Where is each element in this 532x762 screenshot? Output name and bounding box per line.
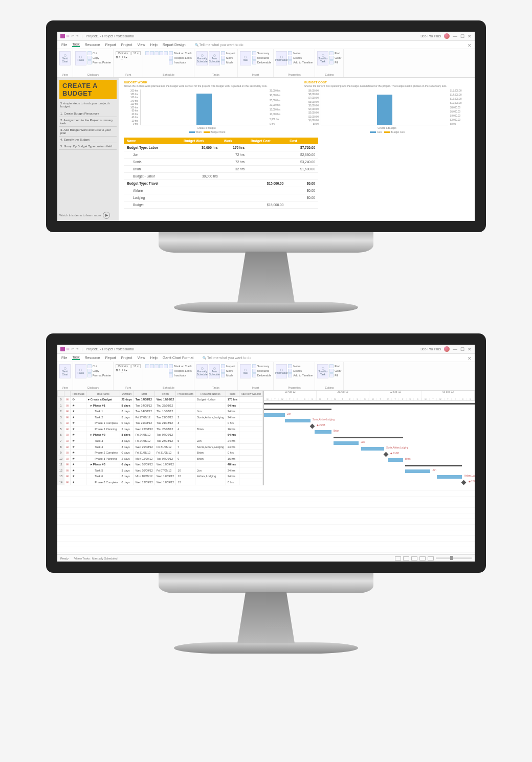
clear-button[interactable]: Clear xyxy=(329,56,341,60)
find-button[interactable]: Find xyxy=(329,51,341,55)
ribbon-close-icon[interactable]: ✕ xyxy=(468,356,472,361)
copy-button[interactable]: Copy xyxy=(87,369,111,373)
gantt-row[interactable] xyxy=(264,401,475,407)
gantt-chart-button[interactable]: ▢Gantt Chart xyxy=(59,51,71,65)
save-icon[interactable]: H xyxy=(66,34,70,38)
account-label[interactable]: 365 Pro Plus xyxy=(420,34,441,38)
format-painter-button[interactable]: Format Painter xyxy=(87,373,111,377)
menu-report[interactable]: Report xyxy=(105,356,116,360)
fill-button[interactable]: Fill xyxy=(329,373,341,377)
gantt-row[interactable]: Jon xyxy=(264,412,475,418)
gantt-task-bar[interactable] xyxy=(285,419,310,422)
gantt-row[interactable] xyxy=(264,435,475,440)
gantt-row[interactable]: ◆ 31/08 xyxy=(264,452,475,457)
gantt-row[interactable] xyxy=(264,407,475,412)
gantt-chart[interactable]: 19 Aug '12MTWTFSS26 Aug '12MTWTFSS02 Sep… xyxy=(263,391,475,485)
redo-icon[interactable]: ↷ xyxy=(76,34,79,38)
view-calendar-icon[interactable] xyxy=(419,556,426,561)
gantt-row[interactable]: Brian xyxy=(264,457,475,463)
tell-me-search[interactable]: Tell me what you want to do xyxy=(203,356,251,360)
menu-project[interactable]: Project xyxy=(121,43,132,47)
mode-button[interactable]: Mode xyxy=(221,60,235,64)
menu-help[interactable]: Help xyxy=(150,43,158,47)
gantt-milestone[interactable] xyxy=(309,424,315,429)
task-row[interactable]: 3⊞★Task 23 daysFri 17/08/12Tue 21/08/122… xyxy=(58,414,263,420)
font-size-select[interactable]: 11 ▾ xyxy=(131,51,141,55)
timeline-button[interactable]: Add to Timeline xyxy=(288,60,313,64)
details-button[interactable]: Details xyxy=(288,369,313,373)
indent-left-icon[interactable] xyxy=(145,51,149,55)
font-color-button[interactable]: A▾ xyxy=(124,369,127,372)
indent-right-icon[interactable] xyxy=(150,51,154,55)
task-table[interactable]: Task ModeTask NameDurationStartFinishPre… xyxy=(57,391,263,485)
font-color-button[interactable]: A▾ xyxy=(124,56,127,59)
inactivate[interactable]: Inactivate xyxy=(169,373,192,377)
menu-help[interactable]: Help xyxy=(150,356,158,360)
col-header[interactable]: Add New Column xyxy=(239,391,263,397)
milestone-button[interactable]: Milestone xyxy=(252,369,272,373)
manual-schedule-button[interactable]: ▢Manually Schedule xyxy=(196,51,208,65)
font-select[interactable]: Calibri ▾ xyxy=(116,51,130,55)
pct-100-icon[interactable] xyxy=(159,51,163,55)
gantt-row[interactable]: Airfare,Lodging xyxy=(264,474,475,480)
inspect-button[interactable]: Inspect xyxy=(221,364,235,368)
gantt-row[interactable]: Sonia,Airfare,Lodging xyxy=(264,418,475,423)
task-row[interactable]: 14⊞★Phase 3 Complete0 daysWed 12/09/12We… xyxy=(58,479,263,485)
col-header[interactable]: Duration xyxy=(120,391,134,397)
bold-button[interactable]: B xyxy=(116,56,118,59)
gantt-row[interactable]: ◆ 12/09 xyxy=(264,480,475,485)
summary-button[interactable]: Summary xyxy=(252,364,272,368)
deliverable-button[interactable]: Deliverable xyxy=(252,373,272,377)
manual-schedule-button[interactable]: ▢Manually Schedule xyxy=(196,364,208,378)
task-row[interactable]: 7⊞★Task 33 daysFri 24/08/12Tue 28/08/125… xyxy=(58,438,263,444)
task-row[interactable]: 11⊞★▸ Phase #36 daysWed 05/09/12Wed 12/0… xyxy=(58,461,263,467)
empty-rows[interactable] xyxy=(57,485,475,554)
gantt-milestone[interactable] xyxy=(461,480,467,485)
auto-schedule-button[interactable]: ▢Auto Schedule xyxy=(209,364,220,378)
col-header[interactable]: Start xyxy=(134,391,154,397)
information-button[interactable]: ▢Information xyxy=(276,364,287,378)
gantt-row[interactable]: Jon xyxy=(264,468,475,474)
maximize-button[interactable]: ☐ xyxy=(460,34,464,39)
cut-button[interactable]: Cut xyxy=(87,364,111,368)
paste-button[interactable]: ▢Paste xyxy=(75,364,86,378)
gantt-chart-button[interactable]: ▢Gantt Chart xyxy=(59,364,71,378)
link-icon[interactable] xyxy=(164,51,168,55)
task-row[interactable]: 10⊞★Phase 3 Planning2 daysMon 03/09/12Tu… xyxy=(58,456,263,462)
gantt-task-bar[interactable] xyxy=(315,430,331,434)
task-row[interactable]: 5⊞★Phase 2 Planning2 daysWed 22/08/12Thu… xyxy=(58,426,263,432)
font-select[interactable]: Calibri ▾ xyxy=(116,364,130,368)
gantt-task-bar[interactable] xyxy=(334,441,359,445)
view-resource-icon[interactable] xyxy=(428,556,434,561)
clear-button[interactable]: Clear xyxy=(329,369,341,373)
inspect-button[interactable]: Inspect xyxy=(221,51,235,55)
task-row[interactable]: 9⊞★Phase 2 Complete0 daysFri 31/08/12Fri… xyxy=(58,450,263,456)
task-row[interactable]: 6⊞★▸ Phase #28 daysFri 24/08/12Tue 04/09… xyxy=(58,432,263,438)
menu-project[interactable]: Project xyxy=(121,356,132,360)
gantt-task-bar[interactable] xyxy=(264,413,285,417)
close-button[interactable]: ✕ xyxy=(468,347,472,352)
underline-button[interactable]: U xyxy=(121,56,123,59)
gantt-summary-bar[interactable] xyxy=(264,403,475,405)
summary-button[interactable]: Summary xyxy=(252,51,272,55)
zoom-slider[interactable] xyxy=(436,557,472,559)
mode-button[interactable]: Mode xyxy=(221,373,235,377)
col-header[interactable]: Resource Names xyxy=(195,391,226,397)
undo-icon[interactable]: ↶ xyxy=(71,34,74,38)
gantt-milestone[interactable] xyxy=(383,452,388,457)
maximize-button[interactable]: ☐ xyxy=(460,347,464,352)
gantt-task-bar[interactable] xyxy=(361,447,384,451)
fill-button[interactable]: Fill xyxy=(329,60,341,64)
task-row[interactable]: 13⊞★Task 63 daysMon 10/09/12Wed 12/09/12… xyxy=(58,473,263,479)
gantt-summary-bar[interactable] xyxy=(264,409,331,410)
notes-button[interactable]: Notes xyxy=(288,364,313,368)
view-usage-icon[interactable] xyxy=(403,556,409,561)
task-row[interactable]: 1⊞★▸ Phase #18 daysTue 14/08/12Thu 23/08… xyxy=(58,402,263,409)
gantt-row[interactable]: Sonia,Airfare,Lodging xyxy=(264,446,475,452)
sidebar-step-1[interactable]: 1. Create Budget Resources xyxy=(59,110,117,117)
task-button[interactable]: ▢Task xyxy=(240,51,251,65)
task-row[interactable]: 12⊞★Task 53 daysWed 05/09/12Fri 07/09/12… xyxy=(58,467,263,474)
account-label[interactable]: 365 Pro Plus xyxy=(420,347,441,351)
sidebar-step-4[interactable]: 4. Specify the Budget xyxy=(59,137,117,143)
col-header[interactable]: Predecessors xyxy=(176,391,195,397)
